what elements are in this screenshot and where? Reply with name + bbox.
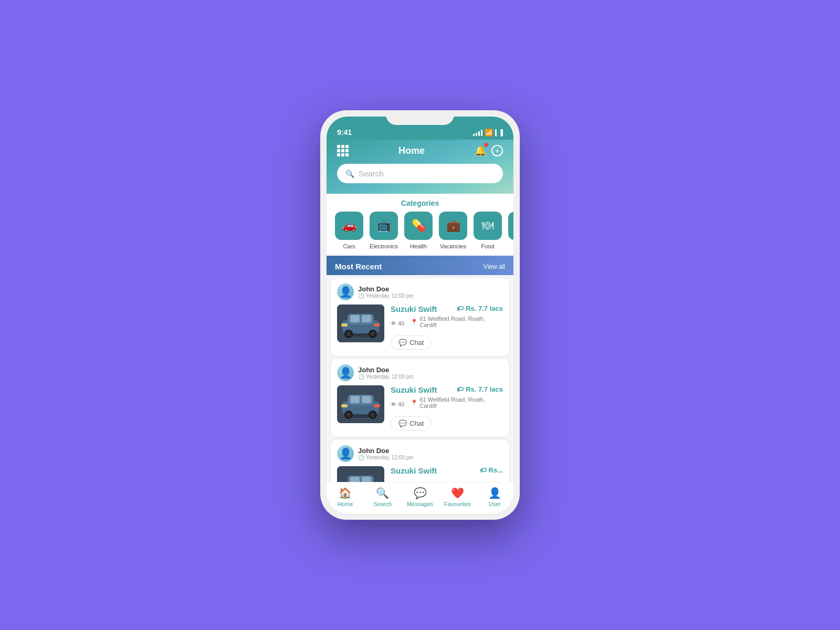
chat-button[interactable]: 💬 Chat — [391, 335, 432, 350]
views-count: 👁 40 — [391, 320, 404, 327]
add-listing-button[interactable]: + — [491, 145, 503, 156]
user-name: John Doe — [358, 366, 414, 374]
price-tag-icon: 🏷 — [480, 466, 487, 474]
listing-details: Suzuki Swift 🏷 Rs... — [391, 466, 503, 482]
phone-notch — [386, 110, 454, 125]
svg-rect-22 — [341, 404, 348, 407]
car-image-svg — [337, 385, 384, 423]
wifi-icon: 📶 — [485, 129, 493, 136]
most-recent-header: Most Recent View all — [327, 256, 513, 275]
listing-user-row: 👤 John Doe 🕛 Yesterday, 12:00 pm — [331, 359, 509, 385]
listing-price: 🏷 Rs... — [480, 466, 503, 474]
listing-user-row: 👤 John Doe 🕛 Yesterday, 12:00 pm — [331, 440, 509, 466]
listing-title: Suzuki Swift — [391, 304, 437, 313]
messages-icon: 💬 — [414, 487, 427, 499]
listing-meta: 👁 40 📍 61 Wellfield Road, Roath, Cardiff — [391, 396, 503, 412]
nav-label-home: Home — [338, 501, 353, 507]
car-image-svg — [337, 466, 384, 482]
user-name: John Doe — [358, 285, 414, 293]
nav-item-search[interactable]: 🔍 Search — [364, 487, 401, 507]
page-title: Home — [398, 145, 425, 156]
nav-label-search: Search — [373, 501, 392, 507]
avatar: 👤 — [337, 364, 354, 381]
eye-icon: 👁 — [391, 401, 396, 407]
app-header: Home 🔔 + 🔍 Search — [327, 140, 513, 194]
clock-icon: 🕛 — [358, 293, 364, 299]
svg-rect-29 — [362, 477, 371, 482]
categories-title: Categories — [327, 194, 513, 212]
notification-badge — [484, 143, 488, 147]
listing-location: 📍 61 Wellfield Road, Roath, Cardiff — [411, 396, 503, 409]
chat-button[interactable]: 💬 Chat — [391, 416, 432, 430]
search-bar[interactable]: 🔍 Search — [337, 164, 503, 183]
vacancies-icon: 💼 — [439, 212, 467, 240]
listing-price: 🏷 Rs. 7.7 lacs — [457, 304, 503, 312]
nav-label-messages: Messages — [407, 501, 433, 507]
svg-rect-23 — [374, 404, 380, 407]
listing-details: Suzuki Swift 🏷 Rs. 7.7 lacs 👁 40 — [391, 385, 503, 430]
svg-rect-28 — [350, 477, 360, 482]
user-time: 🕛 Yesterday, 12:00 pm — [358, 455, 414, 460]
user-nav-icon: 👤 — [488, 487, 501, 499]
price-tag-icon: 🏷 — [457, 385, 464, 393]
listing-card: 👤 John Doe 🕛 Yesterday, 12:00 pm — [331, 440, 509, 482]
signal-icon — [473, 130, 482, 136]
clock-icon: 🕛 — [358, 455, 364, 460]
view-all-button[interactable]: View all — [484, 263, 505, 270]
category-item-property[interactable]: 🏠 Pr... — [508, 212, 513, 249]
nav-item-favourites[interactable]: ❤️ Favourites — [439, 487, 476, 507]
listing-body: Suzuki Swift 🏷 Rs. 7.7 lacs 👁 40 — [331, 385, 509, 437]
views-count: 👁 40 — [391, 401, 404, 407]
food-icon: 🍽 — [474, 212, 502, 240]
listing-title-row: Suzuki Swift 🏷 Rs... — [391, 466, 503, 475]
svg-point-21 — [370, 412, 375, 417]
user-info: John Doe 🕛 Yesterday, 12:00 pm — [358, 285, 414, 299]
phone-frame: 9:41 📶 ▊ — [320, 110, 520, 520]
clock-icon: 🕛 — [358, 374, 364, 380]
nav-item-messages[interactable]: 💬 Messages — [401, 487, 438, 507]
category-label-health: Health — [410, 243, 427, 249]
status-time: 9:41 — [337, 128, 352, 136]
location-icon: 📍 — [411, 400, 418, 406]
listing-details: Suzuki Swift 🏷 Rs. 7.7 lacs 👁 40 — [391, 304, 503, 350]
svg-rect-17 — [362, 396, 371, 403]
svg-rect-4 — [350, 315, 360, 322]
listing-user-row: 👤 John Doe 🕛 Yesterday, 12:00 pm — [331, 278, 509, 304]
listing-title-row: Suzuki Swift 🏷 Rs. 7.7 lacs — [391, 304, 503, 313]
nav-label-favourites: Favourites — [444, 501, 471, 507]
chat-bubble-icon: 💬 — [398, 339, 407, 346]
listing-body: Suzuki Swift 🏷 Rs. 7.7 lacs 👁 40 — [331, 304, 509, 356]
notification-bell-icon[interactable]: 🔔 — [475, 145, 486, 156]
nav-item-user[interactable]: 👤 User — [476, 487, 513, 507]
listing-title: Suzuki Swift — [391, 466, 437, 475]
header-actions: 🔔 + — [475, 145, 503, 156]
category-item-electronics[interactable]: 📺 Electronics — [370, 212, 398, 249]
listing-card: 👤 John Doe 🕛 Yesterday, 12:00 pm — [331, 278, 509, 356]
search-icon: 🔍 — [345, 170, 354, 178]
status-icons: 📶 ▊ — [473, 129, 503, 136]
category-item-cars[interactable]: 🚗 Cars — [335, 212, 363, 249]
header-top: Home 🔔 + — [337, 145, 503, 156]
grid-menu-icon[interactable] — [337, 145, 349, 156]
nav-item-home[interactable]: 🏠 Home — [327, 487, 364, 507]
user-time: 🕛 Yesterday, 12:00 pm — [358, 293, 414, 299]
price-tag-icon: 🏷 — [457, 304, 464, 312]
svg-point-19 — [346, 412, 351, 417]
avatar: 👤 — [337, 445, 354, 462]
category-item-vacancies[interactable]: 💼 Vacancies — [439, 212, 467, 249]
svg-rect-5 — [362, 315, 371, 322]
battery-icon: ▊ — [495, 129, 503, 136]
avatar: 👤 — [337, 284, 354, 300]
listing-image — [337, 385, 384, 423]
listing-price: 🏷 Rs. 7.7 lacs — [457, 385, 503, 393]
category-item-health[interactable]: 💊 Health — [404, 212, 433, 249]
user-info: John Doe 🕛 Yesterday, 12:00 pm — [358, 366, 414, 380]
user-info: John Doe 🕛 Yesterday, 12:00 pm — [358, 447, 414, 460]
phone-screen: 9:41 📶 ▊ — [327, 117, 513, 513]
category-item-food[interactable]: 🍽 Food — [474, 212, 502, 249]
category-label-electronics: Electronics — [370, 243, 398, 249]
favourites-icon: ❤️ — [451, 487, 464, 499]
category-label-cars: Cars — [343, 243, 355, 249]
search-placeholder: Search — [359, 169, 384, 178]
eye-icon: 👁 — [391, 320, 396, 327]
